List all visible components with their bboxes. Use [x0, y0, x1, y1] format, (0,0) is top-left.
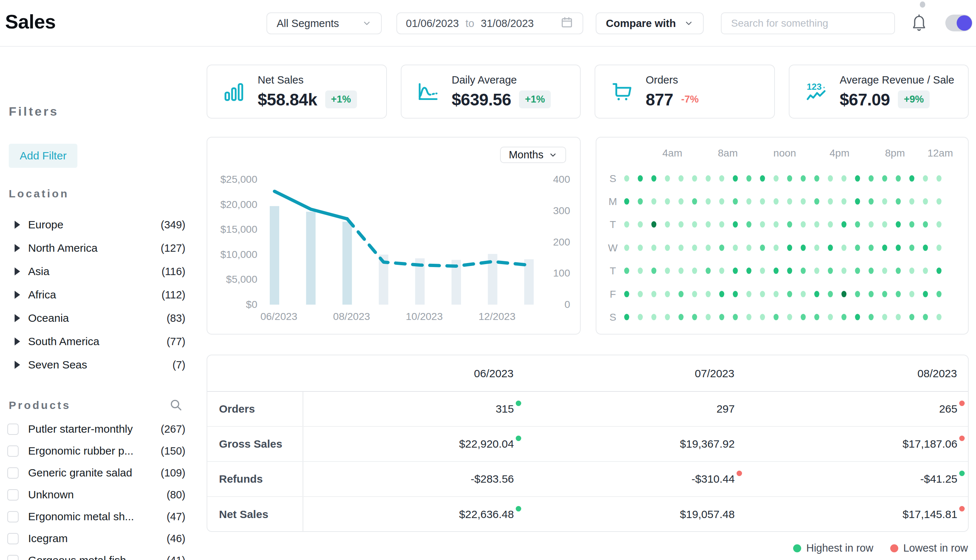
- right-axis-tick: 400: [553, 174, 570, 185]
- table-cell: -$310.44: [588, 462, 742, 496]
- product-item[interactable]: Ergonomic rubber p...(150): [0, 440, 200, 462]
- product-item[interactable]: Unknown(80): [0, 484, 200, 506]
- heatmap-dot: [882, 314, 887, 320]
- heatmap-dot: [869, 267, 874, 273]
- left-axis-tick: $25,000: [220, 174, 257, 185]
- product-item[interactable]: Generic granite salad(109): [0, 462, 200, 484]
- compare-with-label: Compare with: [606, 18, 676, 30]
- location-item[interactable]: Seven Seas(7): [0, 353, 200, 377]
- heatmap-dot: [828, 267, 833, 273]
- product-item[interactable]: Icegram(46): [0, 528, 200, 549]
- product-count: (47): [167, 511, 185, 523]
- heatmap-dot: [679, 175, 684, 181]
- kpi-change-badge: +9%: [898, 90, 930, 108]
- product-checkbox[interactable]: [7, 445, 18, 457]
- location-item[interactable]: Asia(116): [0, 260, 200, 283]
- segments-dropdown-label: All Segments: [277, 18, 339, 30]
- heatmap-dot: [841, 267, 846, 273]
- caret-right-icon[interactable]: [15, 244, 20, 252]
- location-item[interactable]: Africa(112): [0, 283, 200, 307]
- date-range-picker[interactable]: 01/06/2023 to 31/08/2023: [396, 12, 583, 34]
- location-item[interactable]: Oceania(83): [0, 307, 200, 330]
- heatmap-dot: [679, 291, 684, 297]
- heatmap-dot: [692, 198, 697, 204]
- table-row: Refunds-$283.56-$310.44-$41.25: [207, 462, 968, 497]
- location-item[interactable]: South America(77): [0, 330, 200, 353]
- heatmap-dot: [882, 245, 887, 251]
- table-cell: -$283.56: [367, 462, 521, 496]
- heatmap-dot: [814, 267, 819, 273]
- heatmap-dot: [855, 291, 860, 297]
- heatmap-dot: [692, 221, 697, 227]
- product-item[interactable]: Putler starter-monthly(267): [0, 418, 200, 440]
- caret-right-icon[interactable]: [15, 337, 20, 345]
- heatmap-day-label: S: [609, 312, 616, 323]
- heatmap-dot: [909, 245, 914, 251]
- heatmap-dot: [814, 314, 819, 320]
- location-item[interactable]: North America(127): [0, 237, 200, 260]
- lowest-dot-icon: [959, 400, 965, 406]
- product-checkbox[interactable]: [7, 533, 18, 544]
- legend-label: Lowest in row: [903, 542, 968, 554]
- heatmap-dot: [773, 198, 779, 204]
- product-checkbox[interactable]: [7, 423, 18, 435]
- caret-right-icon[interactable]: [15, 221, 20, 229]
- heatmap-dot: [719, 175, 724, 181]
- heatmap-dot: [937, 175, 942, 181]
- location-item[interactable]: Europe(349): [0, 213, 200, 237]
- product-checkbox[interactable]: [7, 555, 18, 560]
- table-cell: 265: [811, 392, 965, 426]
- date-from[interactable]: 01/06/2023: [406, 18, 459, 30]
- date-to[interactable]: 31/08/2023: [481, 18, 534, 30]
- caret-right-icon[interactable]: [15, 267, 20, 275]
- segments-dropdown[interactable]: All Segments: [267, 12, 382, 34]
- table-cell-value: 297: [716, 403, 735, 415]
- heatmap-dot: [733, 245, 738, 251]
- heatmap-dot: [937, 267, 942, 273]
- product-checkbox[interactable]: [7, 511, 18, 522]
- product-item[interactable]: Ergonomic metal sh...(47): [0, 506, 200, 528]
- heatmap-dot: [719, 245, 724, 251]
- right-axis-tick: 200: [553, 237, 570, 248]
- heatmap-dot: [896, 221, 901, 227]
- location-label: Africa: [28, 288, 56, 301]
- x-axis-tick: 08/2023: [333, 311, 370, 322]
- heatmap-dot: [869, 314, 874, 320]
- heatmap-dot: [624, 175, 629, 181]
- lowest-dot-icon: [959, 506, 965, 512]
- heatmap-dot: [909, 221, 914, 227]
- heatmap-dot: [719, 267, 724, 273]
- left-axis-tick: $0: [246, 299, 257, 310]
- period-dropdown[interactable]: Months: [500, 147, 566, 163]
- heatmap-dot: [679, 314, 684, 320]
- search-input[interactable]: [721, 12, 895, 34]
- heatmap-dot: [855, 175, 860, 181]
- theme-toggle[interactable]: [945, 15, 973, 32]
- caret-right-icon[interactable]: [15, 361, 20, 369]
- heatmap-dot: [665, 314, 670, 320]
- heatmap-dot: [624, 198, 629, 204]
- table-cell: $22,920.04: [367, 427, 521, 461]
- table-column-header: 08/2023: [811, 355, 957, 392]
- add-filter-button[interactable]: Add Filter: [9, 144, 77, 168]
- heatmap-dot: [760, 291, 765, 297]
- heatmap-dot: [814, 175, 819, 181]
- notification-bell-icon[interactable]: [910, 14, 928, 33]
- product-checkbox[interactable]: [7, 489, 18, 500]
- heatmap-dot: [624, 291, 629, 297]
- product-item[interactable]: Gorgeous metal fish(41): [0, 549, 200, 560]
- calendar-icon[interactable]: [560, 15, 574, 32]
- compare-with-dropdown[interactable]: Compare with: [596, 12, 704, 34]
- heatmap-dot: [760, 221, 765, 227]
- caret-right-icon[interactable]: [15, 314, 20, 322]
- heatmap-dot: [855, 314, 860, 320]
- heatmap-dot: [773, 291, 779, 297]
- product-search-icon[interactable]: [169, 398, 183, 412]
- date-separator: to: [465, 18, 474, 30]
- heatmap-dot: [692, 245, 697, 251]
- heatmap-dot: [828, 175, 833, 181]
- heatmap-dot: [665, 245, 670, 251]
- heatmap-dot: [923, 314, 928, 320]
- product-checkbox[interactable]: [7, 467, 18, 478]
- caret-right-icon[interactable]: [15, 291, 20, 299]
